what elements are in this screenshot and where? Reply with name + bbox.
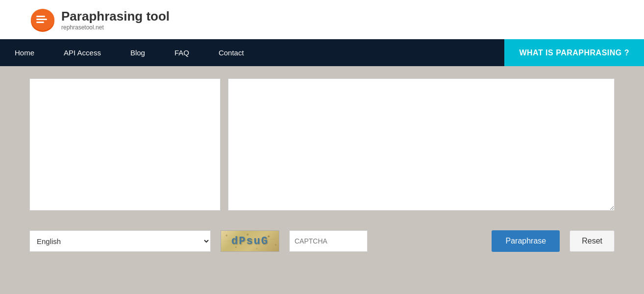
svg-rect-2 [36,16,45,17]
main-content [0,66,644,223]
input-textarea[interactable] [29,78,221,211]
nav-api-access[interactable]: API Access [49,39,116,66]
logo-container: Paraphrasing tool rephrasetool.net [29,6,170,33]
nav-home[interactable]: Home [0,39,49,66]
nav-contact[interactable]: Contact [204,39,259,66]
svg-point-9 [256,248,258,249]
nav-cta[interactable]: WHAT IS PARAPHRASING ? [504,39,644,66]
captcha-input[interactable] [289,230,368,252]
navbar: Home API Access Blog FAQ Contact WHAT IS… [0,39,644,66]
reset-button[interactable]: Reset [570,230,615,252]
paraphrase-button[interactable]: Paraphrase [492,230,560,252]
svg-point-11 [275,244,276,245]
nav-blog[interactable]: Blog [116,39,160,66]
logo-icon [29,6,56,33]
logo-title: Paraphrasing tool [61,9,170,24]
bottom-bar: English French Spanish German dPsuG Para… [0,223,644,259]
svg-point-6 [225,235,227,237]
nav-links: Home API Access Blog FAQ Contact [0,39,504,66]
svg-rect-4 [36,22,44,23]
logo-subtitle: rephrasetool.net [61,24,170,31]
header: Paraphrasing tool rephrasetool.net [0,0,644,39]
logo-text: Paraphrasing tool rephrasetool.net [61,9,170,31]
language-select[interactable]: English French Spanish German [29,230,211,252]
captcha-text: dPsuG [231,235,269,247]
svg-rect-3 [36,19,47,20]
nav-faq[interactable]: FAQ [160,39,204,66]
captcha-image: dPsuG [221,230,279,252]
output-textarea[interactable] [228,78,615,211]
